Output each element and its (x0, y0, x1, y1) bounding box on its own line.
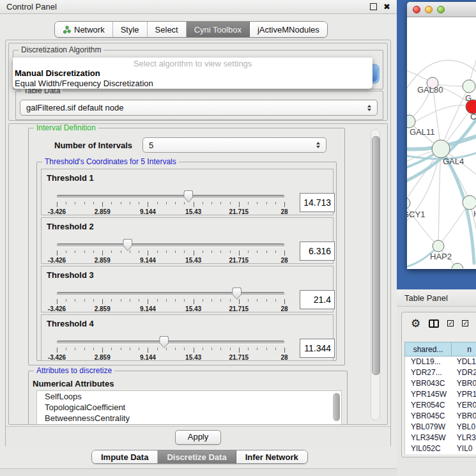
tab-cyni-toolbox[interactable]: Cyni Toolbox (187, 22, 250, 37)
settings-section: Interval Definition Number of Intervals … (8, 123, 388, 425)
threshold-value-field[interactable]: 11.344 (300, 339, 335, 358)
slider-handle[interactable] (183, 190, 193, 203)
network-edge[interactable] (438, 203, 470, 246)
slider-tick-labels: -3.4262.8599.14415.4321.71528 (57, 208, 284, 215)
column-header-shared-name[interactable]: shared... (404, 342, 451, 357)
tab-style[interactable]: Style (113, 22, 148, 37)
cell-shared-name: YPR145W (405, 389, 451, 400)
threshold-slider[interactable] (57, 243, 284, 247)
network-window-titlebar[interactable] (407, 2, 476, 17)
tab-discretize-data-label: Discretize Data (167, 452, 226, 462)
checkbox-icon[interactable]: ✓ (447, 320, 454, 326)
network-node-gcy1[interactable] (407, 197, 410, 209)
attributes-group: Attributes to discretize Numerical Attri… (28, 371, 348, 425)
tab-network[interactable]: Network (55, 22, 113, 37)
cell-shared-name: YDL19... (405, 357, 451, 367)
slider-ticks (57, 250, 284, 256)
slider-track[interactable] (57, 243, 284, 247)
tab-infer-network[interactable]: Infer Network (236, 450, 307, 463)
table-row[interactable]: YER054CYER0 (405, 400, 476, 411)
interval-definition-group: Interval Definition Number of Intervals … (28, 128, 345, 365)
network-node-hap2[interactable] (433, 240, 444, 252)
network-node-g[interactable] (463, 80, 475, 93)
traffic-light-minimize-icon[interactable] (425, 6, 433, 13)
slider-track[interactable] (57, 195, 284, 198)
attribute-items: SelfLoopsTopologicalCoefficientBetweenne… (37, 391, 341, 424)
cell-shared-name: YBR045C (405, 411, 451, 422)
table-row[interactable]: YBR043CYBR0 (405, 378, 476, 389)
float-icon[interactable] (370, 3, 377, 10)
network-node-gal4[interactable] (432, 140, 450, 158)
tab-discretize-data[interactable]: Discretize Data (158, 450, 236, 463)
checkbox-icon[interactable]: ✓ (462, 320, 468, 326)
gear-icon[interactable]: ⚙ (411, 318, 420, 329)
network-edge[interactable] (438, 149, 441, 246)
slider-ticks (57, 348, 284, 353)
slider-handle[interactable] (159, 336, 169, 348)
slider-handle[interactable] (123, 239, 132, 251)
settings-scrollbar[interactable] (371, 129, 380, 420)
number-of-intervals-value: 5 (149, 141, 153, 150)
table-data-combobox[interactable]: galFiltered.sif default node (20, 100, 378, 116)
table-row[interactable]: YBR045CYBR0 (405, 411, 476, 422)
tab-cyni-toolbox-label: Cyni Toolbox (194, 25, 242, 35)
columns-icon[interactable] (429, 319, 439, 328)
cyni-toolbox-panel: Discretization Algorithm Table Data galF… (5, 40, 391, 447)
slider-tick-labels: -3.4262.8599.14415.4321.71528 (57, 354, 284, 361)
spinner-arrows-icon[interactable] (367, 105, 371, 111)
cell-name: YBR0 (451, 378, 476, 389)
table-row[interactable]: YPR145WYPR1 (405, 389, 476, 400)
threshold-value-field[interactable]: 6.316 (300, 242, 335, 261)
threshold-slider[interactable] (57, 195, 284, 199)
table-data-group: Table Data galFiltered.sif default node (15, 91, 383, 120)
attribute-item[interactable]: TopologicalCoefficient (37, 402, 341, 413)
tab-impute-data[interactable]: Impute Data (92, 450, 158, 463)
slider-track[interactable] (57, 292, 284, 295)
algorithm-option-equal-width[interactable]: Equal Width/Frequency Discretization (15, 79, 153, 88)
close-icon[interactable]: ✖ (383, 3, 390, 11)
threshold-value-field[interactable]: 21.4 (300, 290, 335, 309)
traffic-light-zoom-icon[interactable] (437, 6, 445, 13)
table-panel-body: ⚙ ✓ ✓ shared... n YDL19...YDL1YDR27...YD… (401, 312, 476, 457)
tab-select[interactable]: Select (148, 22, 187, 37)
traffic-light-close-icon[interactable] (413, 6, 420, 13)
cell-shared-name: YDR27... (405, 367, 451, 378)
table-panel-title: Table Panel (404, 293, 448, 303)
table-row[interactable]: YDR27...YDR2 (405, 367, 476, 378)
threshold-value-field[interactable]: 14.713 (300, 193, 335, 212)
algorithm-option-manual[interactable]: Manual Discretization (15, 68, 100, 78)
slider-handle[interactable] (232, 288, 242, 300)
attribute-list-scrollbar[interactable] (333, 393, 340, 421)
settings-scrollbar-thumb[interactable] (372, 136, 380, 375)
threshold-label: Threshold 1 (47, 173, 94, 183)
tab-jactivemnodules[interactable]: jActiveMNodules (250, 22, 327, 37)
network-node-label: GAL4 (443, 157, 464, 166)
attributes-group-title: Attributes to discretize (34, 366, 114, 375)
slider-track[interactable] (57, 341, 284, 344)
attribute-item[interactable]: SelfLoops (37, 391, 341, 402)
table-row[interactable]: YDL19...YDL1 (405, 357, 476, 367)
table-row[interactable]: YLR345WYLR3 (405, 433, 476, 443)
network-node-label: GCY1 (407, 210, 425, 219)
network-node-label: C (470, 112, 476, 121)
column-header-name[interactable]: n (451, 342, 476, 357)
table-row[interactable]: YIL052CYIL0 (405, 443, 476, 454)
numerical-attributes-list[interactable]: SelfLoopsTopologicalCoefficientBetweenne… (36, 390, 342, 425)
number-of-intervals-spinner[interactable]: 5 (142, 137, 326, 153)
apply-button[interactable]: Apply (175, 430, 221, 445)
network-view-window: GAL80G.CGAL11GAL4GCY1HHAP2 (407, 2, 476, 269)
control-panel-window: Control Panel ✖ Network (0, 0, 397, 469)
network-graph: GAL80G.CGAL11GAL4GCY1HHAP2 (407, 17, 476, 268)
control-panel-tabs: Network Style Select Cyni Toolbox jActiv… (54, 21, 328, 38)
spinner-arrows-icon[interactable] (316, 142, 320, 148)
network-node-h[interactable] (463, 196, 476, 210)
threshold-slider[interactable] (57, 292, 284, 296)
network-canvas[interactable]: GAL80G.CGAL11GAL4GCY1HHAP2 (407, 17, 476, 268)
cell-name: YER0 (451, 400, 476, 411)
threshold-slider[interactable] (57, 341, 284, 344)
attribute-item[interactable]: BetweennessCentrality (37, 413, 341, 424)
threshold-label: Threshold 3 (47, 270, 94, 280)
cell-name: YIL0 (451, 443, 476, 454)
threshold-panel-2: Threshold 2-3.4262.8599.14415.4321.71528… (41, 217, 334, 264)
table-row[interactable]: YBL079WYBL0 (405, 422, 476, 433)
